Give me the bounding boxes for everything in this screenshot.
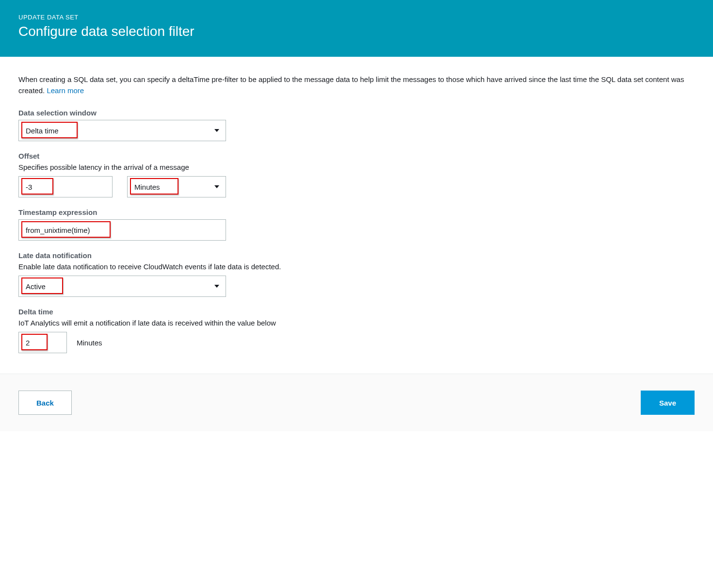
input-delta-time-value[interactable] [18,332,67,353]
select-value: Delta time [26,127,59,135]
footer-bar: Back Save [0,374,713,431]
label-late-data-notification: Late data notification [18,251,695,260]
field-offset: Offset Specifies possible latency in the… [18,152,695,197]
label-delta-time-unit: Minutes [77,339,102,347]
label-delta-time: Delta time [18,308,695,316]
label-offset: Offset [18,152,695,160]
select-late-data-notification[interactable]: Active [18,276,226,297]
description-body: When creating a SQL data set, you can sp… [18,75,684,95]
content-area: When creating a SQL data set, you can sp… [0,57,713,374]
learn-more-link[interactable]: Learn more [47,86,84,95]
help-delta-time: IoT Analytics will emit a notification i… [18,319,695,327]
description-text: When creating a SQL data set, you can sp… [18,74,695,96]
label-data-selection-window: Data selection window [18,109,695,117]
input-offset-value[interactable] [18,176,113,197]
page-title: Configure data selection filter [18,24,695,39]
field-data-selection-window: Data selection window Delta time [18,109,695,141]
label-timestamp-expression: Timestamp expression [18,208,695,216]
select-data-selection-window[interactable]: Delta time [18,120,226,141]
help-offset: Specifies possible latency in the arriva… [18,163,695,171]
select-value: Active [26,282,46,291]
save-button[interactable]: Save [641,391,695,415]
field-late-data-notification: Late data notification Enable late data … [18,251,695,297]
select-value: Minutes [134,183,160,191]
field-delta-time: Delta time IoT Analytics will emit a not… [18,308,695,353]
back-button[interactable]: Back [18,391,72,415]
help-late-data-notification: Enable late data notification to receive… [18,262,695,271]
input-timestamp-expression[interactable] [18,219,226,241]
select-offset-unit[interactable]: Minutes [127,176,226,197]
page-header: UPDATE DATA SET Configure data selection… [0,0,713,57]
header-eyebrow: UPDATE DATA SET [18,14,695,21]
field-timestamp-expression: Timestamp expression [18,208,695,241]
